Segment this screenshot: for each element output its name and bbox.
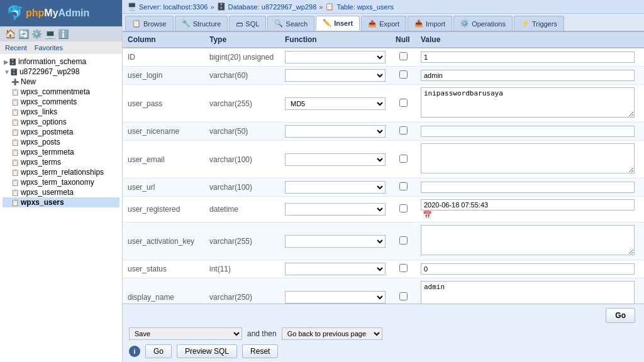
save-select[interactable]: Save <box>129 327 242 340</box>
cell-value-9[interactable] <box>416 278 644 304</box>
info-sidebar-icon[interactable]: ℹ️ <box>58 29 69 39</box>
tree-item-wpxs_users[interactable]: 📋wpxs_users <box>3 197 119 207</box>
value-textarea-4[interactable] <box>421 143 635 173</box>
cell-value-2[interactable] <box>416 85 644 123</box>
cell-null-7[interactable] <box>391 222 416 260</box>
tree-item-u8722967_wp298[interactable]: ▼🗄️u8722967_wp298 <box>3 67 119 77</box>
breadcrumb-database[interactable]: Database: u8722967_wp298 <box>228 3 317 11</box>
cell-value-3[interactable] <box>416 123 644 141</box>
cell-null-0[interactable] <box>391 48 416 67</box>
null-checkbox-2[interactable] <box>399 99 408 107</box>
function-select-2[interactable]: AES_DECRYPTAES_ENCRYPTBIN_TO_UUIDCURRENT… <box>285 97 386 110</box>
function-select-6[interactable]: AES_DECRYPTAES_ENCRYPTBIN_TO_UUIDCURRENT… <box>285 203 386 216</box>
cell-null-2[interactable] <box>391 85 416 123</box>
cell-value-0[interactable] <box>416 48 644 67</box>
value-input-3[interactable] <box>421 126 635 137</box>
value-input-5[interactable] <box>421 182 635 193</box>
value-input-6[interactable] <box>421 199 635 211</box>
cell-null-3[interactable] <box>391 123 416 141</box>
null-checkbox-3[interactable] <box>399 126 408 134</box>
calendar-icon-6[interactable]: 📅 <box>423 211 432 219</box>
value-textarea-7[interactable] <box>421 225 635 255</box>
info-button[interactable]: i <box>129 346 140 357</box>
function-select-3[interactable]: AES_DECRYPTAES_ENCRYPTBIN_TO_UUIDCURRENT… <box>285 125 386 138</box>
null-checkbox-8[interactable] <box>399 264 408 272</box>
function-select-4[interactable]: AES_DECRYPTAES_ENCRYPTBIN_TO_UUIDCURRENT… <box>285 153 386 166</box>
cell-null-1[interactable] <box>391 67 416 85</box>
null-checkbox-7[interactable] <box>399 236 408 244</box>
cell-function-6[interactable]: AES_DECRYPTAES_ENCRYPTBIN_TO_UUIDCURRENT… <box>280 197 391 222</box>
value-input-0[interactable] <box>421 52 635 63</box>
reset-button[interactable]: Reset <box>242 344 278 358</box>
go-button-bottom[interactable]: Go <box>145 344 172 358</box>
tab-insert[interactable]: ✏️Insert <box>316 16 360 31</box>
cell-value-7[interactable] <box>416 222 644 260</box>
function-select-0[interactable]: AES_DECRYPTAES_ENCRYPTBIN_TO_UUIDCURRENT… <box>285 51 386 63</box>
tab-export[interactable]: 📤Export <box>361 16 406 31</box>
after-action-select[interactable]: Go back to previous page Insert another … <box>282 327 382 340</box>
console-icon[interactable]: 💻 <box>45 29 55 39</box>
value-input-8[interactable] <box>421 263 635 275</box>
tree-item-wpxs_comments[interactable]: 📋wpxs_comments <box>3 97 119 107</box>
null-checkbox-6[interactable] <box>399 204 408 212</box>
cell-value-5[interactable] <box>416 178 644 197</box>
favorites-link[interactable]: Favorites <box>35 44 63 52</box>
tree-item-wpxs_term_taxonomy[interactable]: 📋wpxs_term_taxonomy <box>3 177 119 187</box>
tab-operations[interactable]: ⚙️Operations <box>453 16 513 31</box>
function-select-8[interactable]: AES_DECRYPTAES_ENCRYPTBIN_TO_UUIDCURRENT… <box>285 263 386 275</box>
value-textarea-2[interactable] <box>421 87 635 118</box>
tab-import[interactable]: 📥Import <box>408 16 452 31</box>
home-icon[interactable]: 🏠 <box>5 29 16 39</box>
tab-sql[interactable]: 🗃SQL <box>229 16 266 31</box>
cell-value-1[interactable] <box>416 67 644 85</box>
cell-value-4[interactable] <box>416 141 644 178</box>
null-checkbox-5[interactable] <box>399 182 408 190</box>
cell-value-8[interactable] <box>416 260 644 278</box>
cell-null-6[interactable] <box>391 197 416 222</box>
null-checkbox-1[interactable] <box>399 70 408 79</box>
cell-function-5[interactable]: AES_DECRYPTAES_ENCRYPTBIN_TO_UUIDCURRENT… <box>280 178 391 197</box>
cell-value-6[interactable]: 📅 <box>416 197 644 222</box>
breadcrumb-table[interactable]: Table: wpxs_users <box>336 3 394 11</box>
cell-function-1[interactable]: AES_DECRYPTAES_ENCRYPTBIN_TO_UUIDCURRENT… <box>280 67 391 85</box>
null-checkbox-0[interactable] <box>399 52 408 60</box>
tree-item-wpxs_termmeta[interactable]: 📋wpxs_termmeta <box>3 147 119 157</box>
cell-function-2[interactable]: AES_DECRYPTAES_ENCRYPTBIN_TO_UUIDCURRENT… <box>280 85 391 123</box>
function-select-5[interactable]: AES_DECRYPTAES_ENCRYPTBIN_TO_UUIDCURRENT… <box>285 181 386 194</box>
cell-function-3[interactable]: AES_DECRYPTAES_ENCRYPTBIN_TO_UUIDCURRENT… <box>280 123 391 141</box>
cell-null-8[interactable] <box>391 260 416 278</box>
cell-null-4[interactable] <box>391 141 416 178</box>
cell-function-4[interactable]: AES_DECRYPTAES_ENCRYPTBIN_TO_UUIDCURRENT… <box>280 141 391 178</box>
cell-function-9[interactable]: AES_DECRYPTAES_ENCRYPTBIN_TO_UUIDCURRENT… <box>280 278 391 304</box>
reload-icon[interactable]: 🔄 <box>18 29 29 39</box>
tab-triggers[interactable]: ⚡Triggers <box>514 16 564 31</box>
tree-item-wpxs_postmeta[interactable]: 📋wpxs_postmeta <box>3 127 119 137</box>
tree-item-wpxs_options[interactable]: 📋wpxs_options <box>3 117 119 127</box>
tree-item-information_schema[interactable]: ▶🗄️information_schema <box>3 57 119 67</box>
null-checkbox-9[interactable] <box>399 292 408 300</box>
tree-item-wpxs_commentmeta[interactable]: 📋wpxs_commentmeta <box>3 87 119 97</box>
preview-sql-button[interactable]: Preview SQL <box>177 344 237 358</box>
function-select-7[interactable]: AES_DECRYPTAES_ENCRYPTBIN_TO_UUIDCURRENT… <box>285 235 386 248</box>
null-checkbox-4[interactable] <box>399 155 408 163</box>
recent-link[interactable]: Recent <box>5 44 27 52</box>
settings-icon[interactable]: ⚙️ <box>31 29 42 39</box>
cell-function-7[interactable]: AES_DECRYPTAES_ENCRYPTBIN_TO_UUIDCURRENT… <box>280 222 391 260</box>
tab-browse[interactable]: 📋Browse <box>125 16 174 31</box>
value-textarea-9[interactable] <box>421 281 635 304</box>
function-select-9[interactable]: AES_DECRYPTAES_ENCRYPTBIN_TO_UUIDCURRENT… <box>285 291 386 304</box>
cell-function-8[interactable]: AES_DECRYPTAES_ENCRYPTBIN_TO_UUIDCURRENT… <box>280 260 391 278</box>
tree-item-wpxs_terms[interactable]: 📋wpxs_terms <box>3 157 119 167</box>
cell-function-0[interactable]: AES_DECRYPTAES_ENCRYPTBIN_TO_UUIDCURRENT… <box>280 48 391 67</box>
tab-structure[interactable]: 🔧Structure <box>175 16 228 31</box>
tree-item-New[interactable]: ➕New <box>3 77 119 87</box>
tree-item-wpxs_links[interactable]: 📋wpxs_links <box>3 107 119 117</box>
value-input-1[interactable] <box>421 70 635 81</box>
breadcrumb-server[interactable]: Server: localhost:3306 <box>139 3 208 11</box>
cell-null-5[interactable] <box>391 178 416 197</box>
go-button-top[interactable]: Go <box>606 308 635 323</box>
tree-item-wpxs_usermeta[interactable]: 📋wpxs_usermeta <box>3 187 119 197</box>
tab-search[interactable]: 🔍Search <box>267 16 314 31</box>
tree-item-wpxs_term_relationships[interactable]: 📋wpxs_term_relationships <box>3 167 119 177</box>
cell-null-9[interactable] <box>391 278 416 304</box>
